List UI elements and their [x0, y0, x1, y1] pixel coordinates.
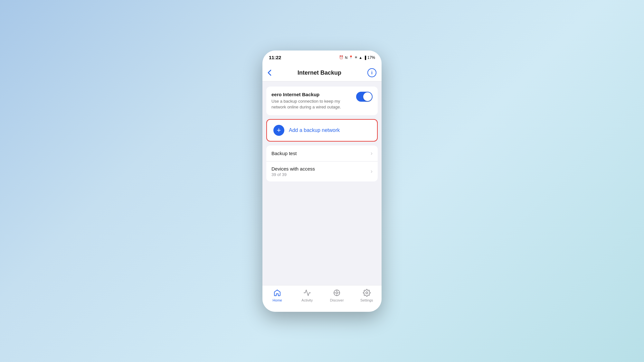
status-bar: 11:22 ⏰ N 📍 ✳ ▲ ▐ 17% — [262, 51, 382, 65]
discover-icon — [333, 289, 341, 297]
wifi-icon: ▲ — [359, 56, 362, 60]
signal-icon: ▐ — [364, 56, 366, 60]
add-backup-label: Add a backup network — [289, 127, 340, 133]
plus-icon: + — [277, 127, 281, 134]
add-icon-circle: + — [273, 125, 284, 136]
devices-access-content: Devices with access 39 of 39 — [271, 166, 371, 177]
backup-toggle-title: eero Internet Backup — [271, 92, 352, 97]
devices-access-chevron: › — [371, 168, 373, 175]
bluetooth-icon: ✳ — [355, 55, 357, 60]
phone-frame: 11:22 ⏰ N 📍 ✳ ▲ ▐ 17% Internet Backup i … — [262, 51, 382, 312]
discover-label: Discover — [330, 298, 344, 302]
activity-label: Activity — [301, 298, 313, 302]
location-icon: 📍 — [349, 55, 353, 60]
home-icon — [273, 289, 281, 297]
page-title: Internet Backup — [298, 70, 341, 76]
toggle-thumb — [363, 92, 372, 101]
status-icons: ⏰ N 📍 ✳ ▲ ▐ 17% — [339, 55, 375, 60]
add-backup-network-button[interactable]: + Add a backup network — [266, 119, 378, 142]
nav-header: Internet Backup i — [262, 65, 382, 81]
backup-test-chevron: › — [371, 150, 373, 157]
devices-access-title: Devices with access — [271, 166, 371, 172]
home-label: Home — [273, 298, 282, 302]
settings-list: Backup test › Devices with access 39 of … — [266, 145, 378, 181]
settings-icon — [363, 289, 371, 297]
activity-icon — [303, 289, 311, 297]
svg-point-1 — [336, 292, 338, 294]
backup-test-content: Backup test — [271, 151, 371, 156]
backup-toggle-description: Use a backup connection to keep my netwo… — [271, 98, 352, 110]
devices-access-subtitle: 39 of 39 — [271, 172, 371, 177]
devices-with-access-item[interactable]: Devices with access 39 of 39 › — [266, 161, 378, 181]
tab-settings[interactable]: Settings — [357, 289, 376, 302]
nfc-icon: N — [345, 56, 347, 60]
content-area: eero Internet Backup Use a backup connec… — [262, 81, 382, 285]
backup-test-title: Backup test — [271, 151, 371, 156]
settings-label: Settings — [360, 298, 373, 302]
backup-test-item[interactable]: Backup test › — [266, 145, 378, 161]
tab-activity[interactable]: Activity — [298, 289, 317, 302]
svg-point-6 — [366, 292, 368, 294]
tab-discover[interactable]: Discover — [327, 289, 346, 302]
tab-bar: Home Activity Discover — [262, 285, 382, 312]
alarm-icon: ⏰ — [339, 55, 344, 60]
tab-home[interactable]: Home — [268, 289, 287, 302]
info-button[interactable]: i — [367, 68, 376, 77]
back-button[interactable] — [268, 70, 271, 76]
status-time: 11:22 — [269, 55, 281, 60]
backup-toggle-card: eero Internet Backup Use a backup connec… — [266, 87, 378, 115]
backup-toggle-text: eero Internet Backup Use a backup connec… — [271, 92, 352, 110]
internet-backup-toggle[interactable] — [356, 92, 373, 102]
battery-text: 17% — [367, 55, 375, 60]
